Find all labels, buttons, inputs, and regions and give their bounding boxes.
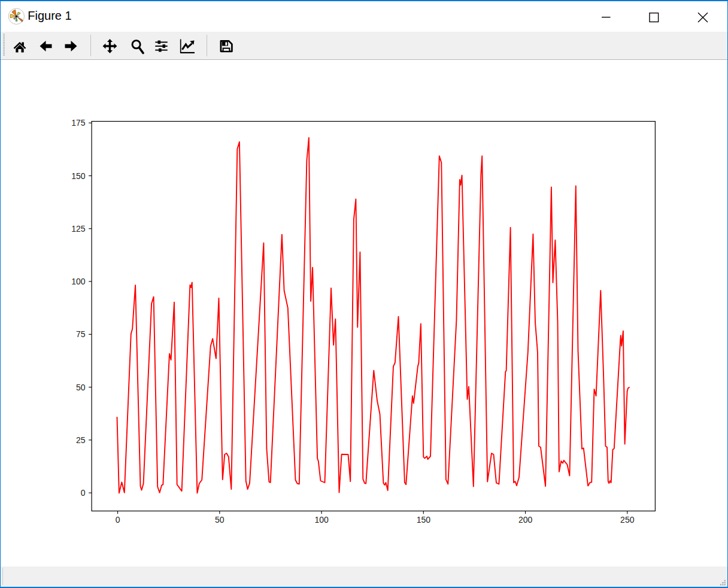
svg-text:125: 125 (71, 224, 86, 234)
svg-text:0: 0 (81, 488, 86, 498)
svg-text:75: 75 (76, 329, 86, 339)
svg-text:200: 200 (518, 515, 533, 525)
svg-text:100: 100 (71, 277, 86, 286)
svg-text:150: 150 (71, 171, 86, 181)
svg-text:50: 50 (76, 383, 86, 392)
svg-text:25: 25 (76, 435, 86, 445)
svg-text:50: 50 (215, 515, 225, 525)
svg-text:250: 250 (620, 515, 635, 525)
svg-text:175: 175 (71, 118, 86, 128)
svg-text:150: 150 (417, 515, 431, 525)
svg-text:100: 100 (314, 515, 329, 525)
svg-text:0: 0 (116, 515, 120, 525)
